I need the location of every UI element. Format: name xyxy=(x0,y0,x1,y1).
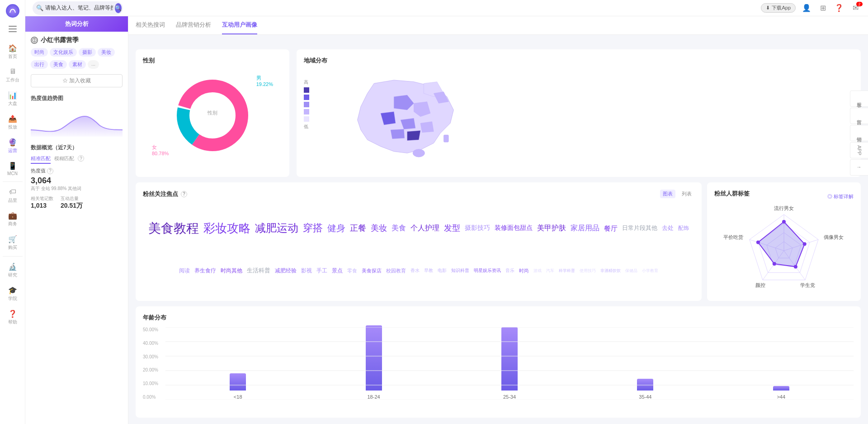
hot-info-icon[interactable]: ? xyxy=(47,168,53,174)
tag-travel[interactable]: 出行 xyxy=(31,60,48,69)
word-cloud-item[interactable]: 个人护理 xyxy=(409,222,441,234)
sidebar-item-dashboard[interactable]: 📊 大盘 xyxy=(0,87,25,110)
word-cloud-item[interactable]: 美食教程 xyxy=(147,219,200,238)
word-cloud-item[interactable]: 使用技巧 xyxy=(578,267,597,275)
svg-text:平价吃货: 平价吃货 xyxy=(723,234,743,240)
word-cloud-item[interactable]: 零食 xyxy=(346,267,359,275)
sidebar-item-home[interactable]: 🏠 首页 xyxy=(0,40,25,63)
tab-brand-analysis[interactable]: 品牌营销分析 xyxy=(176,16,211,34)
match-info-icon[interactable]: ? xyxy=(78,155,84,162)
word-cloud-item[interactable]: 景点 xyxy=(330,266,344,276)
word-cloud-item[interactable]: 减肥经验 xyxy=(274,266,298,276)
word-cloud-item[interactable]: 生活科普 xyxy=(245,266,272,276)
word-cloud-item[interactable]: 阅读 xyxy=(178,266,191,276)
grid-icon[interactable]: ⊞ xyxy=(817,3,828,14)
word-cloud-item[interactable]: 美甲护肤 xyxy=(536,222,567,234)
float-btn-service[interactable]: 客服 xyxy=(850,91,868,107)
word-cloud-item[interactable]: 穿搭 xyxy=(302,220,324,236)
sidebar-item-academy[interactable]: 🎓 学院 xyxy=(0,282,25,305)
y-label-30: 30.00% xyxy=(143,354,158,359)
word-cloud-item[interactable]: 养生食疗 xyxy=(193,266,217,276)
help-icon: ❓ xyxy=(8,309,17,318)
word-cloud-item[interactable]: 手工 xyxy=(315,266,329,276)
sidebar-item-operations[interactable]: 🔮 运营 xyxy=(0,134,25,157)
word-cloud-item[interactable]: 非酒精饮饮 xyxy=(599,267,622,275)
word-cloud-item[interactable]: 科学科普 xyxy=(557,267,576,275)
sidebar-item-mcn[interactable]: 📱 MCN xyxy=(0,157,25,180)
tag-more[interactable]: ... xyxy=(88,60,99,69)
y-label-50: 50.00% xyxy=(143,327,158,332)
word-cloud-item[interactable]: 时尚 xyxy=(518,267,530,275)
word-cloud-item[interactable]: 美食 xyxy=(390,222,407,234)
sidebar-item-purchase[interactable]: 🛒 购买 xyxy=(0,231,25,254)
float-btn-marketing[interactable]: 营销 xyxy=(850,125,868,141)
word-cloud-item[interactable]: 配饰 xyxy=(677,224,690,233)
sidebar-item-research[interactable]: 🔬 研究 xyxy=(0,258,25,282)
sidebar: 🏠 首页 🖥 工作台 📊 大盘 📤 投放 🔮 运营 📱 MCN 🏷 品里 💼 商… xyxy=(0,0,25,424)
wc-chart-btn[interactable]: 图表 xyxy=(660,190,675,198)
word-cloud-item[interactable]: 游戏 xyxy=(532,267,543,275)
brand-icon: 🏷 xyxy=(8,187,17,196)
sidebar-item-business[interactable]: 💼 商务 xyxy=(0,207,25,231)
tag-photo[interactable]: 摄影 xyxy=(79,48,96,57)
workbench-icon: 🖥 xyxy=(8,67,17,76)
tab-user-portrait[interactable]: 互动用户画像 xyxy=(222,16,257,34)
question-icon[interactable]: ❓ xyxy=(834,3,844,14)
save-button[interactable]: ☆ 加入收藏 xyxy=(31,74,123,87)
float-btn-top[interactable]: ↑ xyxy=(850,159,868,176)
svg-rect-9 xyxy=(443,135,448,142)
search-button[interactable]: 🔍 xyxy=(115,3,122,13)
sidebar-item-brand[interactable]: 🏷 品里 xyxy=(0,184,25,207)
word-cloud-item[interactable]: 香水 xyxy=(409,267,421,275)
sidebar-item-workbench[interactable]: 🖥 工作台 xyxy=(0,63,25,87)
word-cloud-item[interactable]: 时尚其他 xyxy=(219,266,244,276)
svg-rect-1 xyxy=(9,26,17,27)
word-cloud-item[interactable]: 装修面包甜点 xyxy=(493,223,534,233)
word-cloud-item[interactable]: 去处 xyxy=(660,223,675,233)
float-btn-app[interactable]: APP xyxy=(850,142,868,158)
float-btn-message[interactable]: 留言 xyxy=(850,108,868,124)
tag-beauty[interactable]: 美妆 xyxy=(98,48,115,57)
word-cloud-item[interactable]: 摄影技巧 xyxy=(463,223,491,233)
focus-info-icon[interactable]: ? xyxy=(181,191,187,197)
sidebar-item-help[interactable]: ❓ 帮助 xyxy=(0,305,25,329)
word-cloud-item[interactable]: 美妆 xyxy=(369,222,388,235)
word-cloud-item[interactable]: 保健品 xyxy=(624,267,639,275)
word-cloud-item[interactable]: 影视 xyxy=(300,266,313,276)
word-cloud-item[interactable]: 发型 xyxy=(443,222,462,235)
sidebar-item-placement[interactable]: 📤 投放 xyxy=(0,110,25,134)
profile-icon[interactable]: 👤 xyxy=(801,3,812,14)
word-cloud-item[interactable]: 小学教育 xyxy=(641,267,660,275)
word-cloud-item[interactable]: 电影 xyxy=(436,267,448,275)
word-cloud-item[interactable]: 减肥运动 xyxy=(254,219,300,237)
word-cloud-item[interactable]: 餐厅 xyxy=(603,223,619,234)
word-cloud-item[interactable]: 家居用品 xyxy=(569,222,601,234)
tag-food[interactable]: 美食 xyxy=(50,60,67,69)
tab-fuzzy-match[interactable]: 模糊匹配 xyxy=(54,155,74,164)
tab-exact-match[interactable]: 精准匹配 xyxy=(31,155,51,164)
wc-list-btn[interactable]: 列表 xyxy=(679,190,694,198)
word-cloud-item[interactable]: 健身 xyxy=(326,221,347,235)
word-cloud-item[interactable]: 音乐 xyxy=(504,267,516,275)
tag-fashion[interactable]: 时尚 xyxy=(31,48,48,57)
message-icon[interactable]: ✉ 2 xyxy=(850,3,861,14)
word-cloud-item[interactable]: 美食探店 xyxy=(360,267,383,275)
word-cloud-item[interactable]: 汽车 xyxy=(545,267,556,275)
hot-value: 3,064 xyxy=(31,176,123,186)
tag-culture[interactable]: 文化娱乐 xyxy=(50,48,77,57)
download-app-button[interactable]: ⬇ 下载App xyxy=(761,3,796,13)
academy-icon: 🎓 xyxy=(8,286,17,295)
tab-related-search[interactable]: 相关热搜词 xyxy=(136,16,165,34)
search-input[interactable] xyxy=(45,5,113,11)
word-cloud-item[interactable]: 日常片段其他 xyxy=(621,223,659,233)
word-cloud-item[interactable]: 校园教育 xyxy=(385,267,407,275)
word-cloud-item[interactable]: 早教 xyxy=(423,267,434,275)
word-cloud-item[interactable]: 知识科普 xyxy=(450,267,471,275)
word-cloud-item[interactable]: 彩妆攻略 xyxy=(202,219,252,237)
menu-toggle-button[interactable] xyxy=(5,22,20,36)
stat-interaction: 互动总量 20.51万 xyxy=(61,195,83,210)
word-cloud-item[interactable]: 明星娱乐资讯 xyxy=(472,267,502,275)
right-float-panel: 客服 留言 营销 APP ↑ xyxy=(850,91,868,176)
word-cloud-item[interactable]: 正餐 xyxy=(349,222,368,235)
tag-material[interactable]: 素材 xyxy=(69,60,86,69)
